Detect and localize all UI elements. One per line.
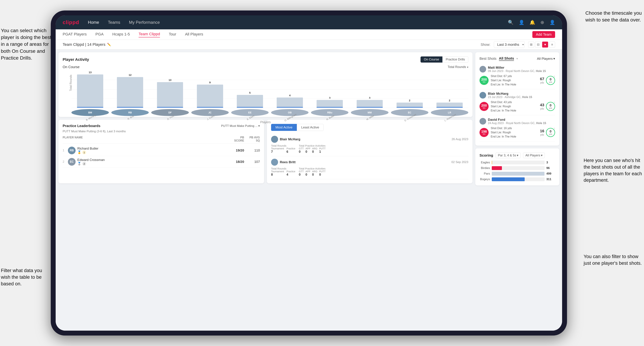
scoring-players-dropdown[interactable]: All Players ▾ xyxy=(523,153,545,158)
grid-line-4 xyxy=(72,108,468,108)
best-shots-card: Best Shots All Shots ▾ All Players ▾ xyxy=(475,52,559,146)
lb-col-pb-score: PB SCORE xyxy=(230,136,244,142)
avatar-icon[interactable]: 👤 xyxy=(550,20,555,25)
subnav-pga[interactable]: PGA xyxy=(96,32,104,37)
top-nav: clippd Home Teams My Performance 🔍 👤 🔔 ⊕… xyxy=(56,15,562,29)
total-rounds-dropdown[interactable]: Total Rounds ▾ xyxy=(448,65,468,69)
bar-highlight-4 xyxy=(237,107,263,108)
pars-label: Pars xyxy=(480,172,490,175)
bell-icon[interactable]: 🔔 xyxy=(530,20,535,25)
lb-row-0[interactable]: 1 RB Richard Butler 🥇 1 19/20 110 xyxy=(63,145,260,156)
edit-icon[interactable]: ✏️ xyxy=(107,43,111,46)
shot-start-0: Start Lie: Rough xyxy=(491,78,538,82)
shot-item-0-header: Matt Miller 09 Jun 2023 · Royal North De… xyxy=(480,66,555,73)
chevron-down-icon: ▾ xyxy=(467,66,468,68)
practice-drills-toggle[interactable]: Practice Drills xyxy=(442,56,468,63)
annotation-5: Filter what data you wish the table to b… xyxy=(1,267,50,287)
time-period-select[interactable]: Last 3 months Last month Last 6 months L… xyxy=(494,41,525,48)
list-view-btn[interactable]: ⊟ xyxy=(535,42,541,47)
bar-7 xyxy=(357,100,383,108)
all-players-dropdown[interactable]: All Players ▾ xyxy=(537,57,555,61)
plus-circle-icon[interactable]: ⊕ xyxy=(540,20,544,25)
heart-view-btn[interactable]: ♥ xyxy=(542,42,548,47)
nav-home[interactable]: Home xyxy=(88,20,99,25)
eagles-bar xyxy=(492,161,492,165)
on-course-section-header: On Course Total Rounds ▾ xyxy=(63,65,468,69)
nav-my-performance[interactable]: My Performance xyxy=(129,20,160,25)
shot-item-1-header: Blair McHarg 23 Jul 2023 · Ashridge GC, … xyxy=(480,92,555,99)
bogeys-label: Bogeys xyxy=(480,177,490,181)
bar-group-2: 10 xyxy=(151,78,189,108)
bar-highlight-3 xyxy=(197,107,223,108)
bar-group-8: 2 xyxy=(391,99,428,108)
nav-teams[interactable]: Teams xyxy=(108,20,120,25)
annotation-2: Choose the timescale you wish to see the… xyxy=(586,9,643,23)
par-dropdown[interactable]: Par 3, 4 & 5s ▾ xyxy=(496,153,520,158)
subnav-tour[interactable]: Tour xyxy=(169,32,176,37)
bar-0 xyxy=(77,74,103,108)
bar-group-6: 3 xyxy=(311,96,348,108)
pars-bar xyxy=(492,172,544,176)
user-icon[interactable]: 👤 xyxy=(519,20,524,25)
subnav-hcaps[interactable]: Hcaps 1-5 xyxy=(112,32,130,37)
all-shots-tab[interactable]: All Shots xyxy=(499,56,514,61)
menu-view-btn[interactable]: ≡ xyxy=(549,42,555,47)
act-avatar-1 xyxy=(271,159,278,166)
eagles-count: 3 xyxy=(546,161,555,164)
lb-avatar-1: EC xyxy=(68,158,76,166)
tablet-screen: clippd Home Teams My Performance 🔍 👤 🔔 ⊕… xyxy=(56,15,562,331)
activity-item-1[interactable]: Rees Britt 02 Sep 2023 Total Rounds Tour… xyxy=(271,156,468,179)
grid-view-btn[interactable]: ⊞ xyxy=(528,42,534,47)
player-activity-header: Player Activity On Course Practice Drill… xyxy=(63,56,468,63)
scoring-bars: Eagles 3 Birdies 96 xyxy=(480,161,555,181)
search-icon[interactable]: 🔍 xyxy=(508,20,514,25)
subnav-team-clippd[interactable]: Team Clippd xyxy=(138,32,160,37)
bar-value-5: 4 xyxy=(289,94,290,97)
best-shots-tabs: Best Shots All Shots ▾ xyxy=(480,56,518,61)
team-header: Team Clippd | 14 Players ✏️ Show: Last 3… xyxy=(56,40,562,49)
shot-details-2: 198 SG Shot Dist: 16 yds Start Lie: Roug… xyxy=(480,126,555,139)
chevron-down-icon-6: ▾ xyxy=(541,154,542,157)
bar-value-3: 9 xyxy=(209,81,211,84)
shot-player-1: Blair McHarg xyxy=(488,92,532,96)
activity-item-0-header: Blair McHarg 26 Aug 2023 xyxy=(271,136,468,143)
x-labels-row: B. McHarg R. Britt D. Ford J. Coles E. E… xyxy=(63,116,468,119)
main-content: Player Activity On Course Practice Drill… xyxy=(56,49,562,331)
most-active-card: Most Active Least Active Blair McHarg 26… xyxy=(267,120,472,183)
bottom-row: Practice Leaderboards PUTT Must Make Put… xyxy=(58,120,472,183)
activity-item-0[interactable]: Blair McHarg 26 Aug 2023 Total Rounds To… xyxy=(271,133,468,156)
bar-group-1: 12 xyxy=(111,73,149,108)
lb-avg-0: 110 xyxy=(246,149,260,152)
bar-group-9: 2 xyxy=(431,99,468,108)
bar-value-2: 10 xyxy=(168,78,172,81)
shot-start-1: Start Lie: Rough xyxy=(491,104,538,109)
annotation-1: You can select which player is doing the… xyxy=(1,27,52,61)
shot-item-2[interactable]: David Ford 24 Aug 2023 · Royal North Dev… xyxy=(480,115,555,141)
subnav-all-players[interactable]: All Players xyxy=(185,32,203,37)
scoring-title: Scoring xyxy=(480,153,493,158)
bar-group-3: 9 xyxy=(191,81,229,108)
shot-item-1[interactable]: Blair McHarg 23 Jul 2023 · Ashridge GC, … xyxy=(480,89,555,115)
leaderboard-title: Practice Leaderboards xyxy=(63,124,100,128)
lb-medal-1: 🥈 xyxy=(77,162,81,166)
shot-details-1: 200 SG Shot Dist: 43 yds Start Lie: Roug… xyxy=(480,100,555,113)
bar-value-9: 2 xyxy=(449,99,450,102)
shot-info-0: Shot Dist: 67 yds Start Lie: Rough End L… xyxy=(491,74,538,87)
shot-item-0[interactable]: Matt Miller 09 Jun 2023 · Royal North De… xyxy=(480,63,555,89)
bogeys-bar xyxy=(492,177,525,181)
lb-row-1[interactable]: 2 EC Edward Crossman 🥈 2 18/20 107 xyxy=(63,156,260,168)
chevron-down-icon-3: ▾ xyxy=(516,57,518,60)
chevron-right-icon-2: › xyxy=(554,126,555,131)
bogeys-bar-wrap xyxy=(492,177,544,181)
add-team-button[interactable]: Add Team xyxy=(532,31,555,38)
shot-start-2: Start Lie: Rough xyxy=(491,130,538,135)
act-practice-activities-0: Total Practice Activities GTT 0 APP xyxy=(299,144,326,154)
on-course-toggle[interactable]: On Course xyxy=(420,56,442,63)
team-title: Team Clippd | 14 Players xyxy=(63,42,105,47)
shot-dist-1: Shot Dist: 43 yds xyxy=(491,100,538,104)
bar-value-7: 3 xyxy=(369,96,370,99)
birdies-bar-wrap xyxy=(492,166,544,170)
bar-1 xyxy=(117,77,143,108)
shot-badge-2: 198 SG xyxy=(480,128,488,137)
subnav-pgat[interactable]: PGAT Players xyxy=(63,32,86,37)
